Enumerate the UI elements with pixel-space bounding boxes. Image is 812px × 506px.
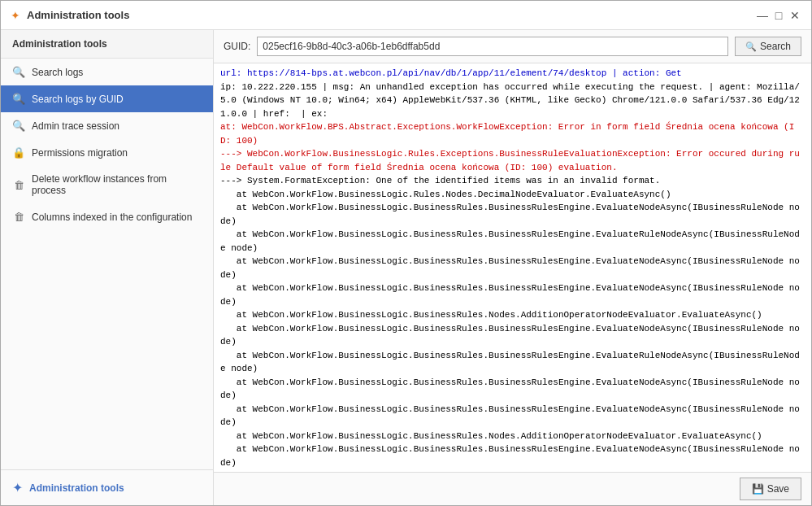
save-icon: 💾: [752, 483, 764, 495]
footer-label: Administration tools: [29, 482, 124, 494]
main-window: ✦ Administration tools — □ ✕ Administrat…: [0, 0, 812, 506]
log-line: url: https://814-bps.at.webcon.pl/api/na…: [220, 67, 805, 81]
log-line: at WebCon.WorkFlow.BusinessLogic.Busines…: [220, 349, 805, 376]
log-line: ip: 10.222.220.155 | msg: An unhandled e…: [220, 81, 805, 121]
log-line: at WebCon.WorkFlow.BusinessLogic.Busines…: [220, 228, 805, 255]
log-line: at WebCon.WorkFlow.BusinessLogic.Busines…: [220, 201, 805, 228]
save-button[interactable]: 💾 Save: [740, 478, 801, 500]
save-label: Save: [767, 483, 789, 495]
log-line: at WebCon.WorkFlow.BusinessLogic.Busines…: [220, 281, 805, 308]
footer-icon: ✦: [12, 480, 23, 495]
log-line: at WebCon.WorkFlow.BusinessLogic.Busines…: [220, 376, 805, 403]
log-line: at WebCon.WorkFlow.BusinessLogic.Rules.N…: [220, 188, 805, 202]
sidebar-item-label: Columns indexed in the configuration: [32, 212, 192, 223]
maximize-button[interactable]: □: [772, 9, 785, 22]
title-bar: ✦ Administration tools — □ ✕: [1, 1, 811, 30]
log-line: at WebCon.WorkFlow.BusinessLogic.Busines…: [220, 308, 805, 322]
log-line: at WebCon.WorkFlow.BusinessLogic.Busines…: [220, 443, 805, 469]
window-title: Administration tools: [27, 9, 756, 21]
search-logs-icon: 🔍: [12, 66, 25, 78]
sidebar-item-label: Delete workflow instances from process: [32, 173, 202, 196]
sidebar-item-permissions[interactable]: 🔒 Permissions migration: [1, 139, 213, 166]
sidebar: Administration tools 🔍 Search logs 🔍 Sea…: [1, 30, 214, 505]
columns-indexed-icon: 🗑: [12, 211, 25, 223]
sidebar-item-delete-workflow[interactable]: 🗑 Delete workflow instances from process: [1, 166, 213, 203]
sidebar-item-admin-trace[interactable]: 🔍 Admin trace session: [1, 112, 213, 139]
sidebar-item-search-logs-guid[interactable]: 🔍 Search logs by GUID: [1, 85, 213, 112]
sidebar-item-label: Search logs by GUID: [32, 94, 124, 105]
sidebar-footer: ✦ Administration tools: [1, 469, 213, 505]
log-line: at WebCon.WorkFlow.BusinessLogic.Busines…: [220, 322, 805, 349]
sidebar-item-label: Permissions migration: [32, 147, 128, 159]
log-line: ---> WebCon.WorkFlow.BusinessLogic.Rules…: [220, 147, 805, 174]
permissions-icon: 🔒: [12, 146, 25, 159]
search-button[interactable]: 🔍 Search: [735, 37, 801, 56]
log-line: at WebCon.WorkFlow.BusinessLogic.Busines…: [220, 403, 805, 430]
close-button[interactable]: ✕: [788, 9, 801, 22]
search-logs-guid-icon: 🔍: [12, 93, 25, 105]
sidebar-item-columns-indexed[interactable]: 🗑 Columns indexed in the configuration: [1, 203, 213, 230]
admin-trace-icon: 🔍: [12, 120, 25, 132]
right-panel: GUID: 🔍 Search url: https://814-bps.at.w…: [214, 30, 811, 505]
sidebar-header: Administration tools: [1, 30, 213, 59]
log-area[interactable]: url: https://814-bps.at.webcon.pl/api/na…: [214, 63, 811, 472]
delete-workflow-icon: 🗑: [12, 179, 25, 191]
main-content: Administration tools 🔍 Search logs 🔍 Sea…: [1, 30, 811, 505]
guid-input[interactable]: [257, 37, 728, 56]
sidebar-item-search-logs[interactable]: 🔍 Search logs: [1, 59, 213, 85]
log-line: ---> System.FormatException: One of the …: [220, 174, 805, 188]
sidebar-item-label: Search logs: [32, 67, 83, 78]
log-line: at WebCon.WorkFlow.BusinessLogic.Busines…: [220, 255, 805, 281]
minimize-button[interactable]: —: [756, 9, 769, 22]
sidebar-item-label: Admin trace session: [32, 120, 119, 132]
log-line: at WebCon.WorkFlow.BusinessLogic.Busines…: [220, 430, 805, 443]
search-icon: 🔍: [745, 41, 757, 52]
guid-bar: GUID: 🔍 Search: [214, 30, 811, 63]
guid-label: GUID:: [224, 41, 250, 52]
save-bar: 💾 Save: [214, 472, 811, 505]
log-line: at: WebCon.WorkFlow.BPS.Abstract.Excepti…: [220, 120, 805, 147]
search-label: Search: [760, 41, 791, 52]
window-controls: — □ ✕: [756, 9, 801, 22]
app-icon: ✦: [11, 9, 20, 22]
